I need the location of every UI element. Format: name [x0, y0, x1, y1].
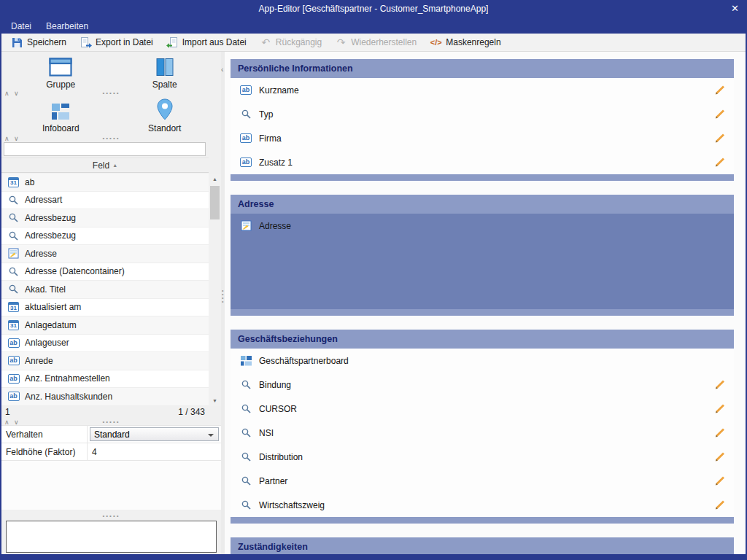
lookup-icon	[239, 476, 252, 486]
form-field-row[interactable]: NSI	[231, 421, 734, 445]
field-list-row[interactable]: ab Anz. Entnahmestellen	[1, 370, 209, 389]
export-button[interactable]: Export in Datei	[73, 34, 160, 50]
description-textarea[interactable]	[6, 521, 217, 553]
form-field-row[interactable]: ab Zusatz 1	[231, 150, 734, 174]
lookup-icon	[7, 195, 20, 205]
group-icon	[49, 58, 72, 77]
import-icon	[166, 36, 179, 48]
menu-item-datei[interactable]: Datei	[4, 20, 38, 33]
rules-icon: </>	[430, 36, 442, 48]
section-title: Zuständigkeiten	[238, 542, 308, 552]
edit-pencil-icon[interactable]	[714, 84, 727, 96]
form-field-row[interactable]: Bindung	[231, 373, 734, 397]
form-field-row[interactable]: Wirtschaftszweig	[231, 493, 734, 517]
edit-pencil-icon[interactable]	[714, 402, 727, 415]
section-header[interactable]: Zuständigkeiten	[231, 537, 734, 554]
undo-button[interactable]: ↶ Rückgängig	[253, 34, 328, 50]
palette-row1-up-down-arrows[interactable]	[4, 90, 20, 97]
toolbar: Speichern Export in Datei Import aus Dat…	[1, 34, 746, 52]
feld-column-label: Feld	[93, 160, 109, 171]
redo-icon: ↷	[335, 36, 347, 48]
form-field-row[interactable]: Typ	[231, 102, 734, 126]
field-list-row[interactable]: 31 ab	[1, 174, 209, 192]
field-list-row[interactable]: 31 Anlagedatum	[1, 316, 209, 335]
palette-item-gruppe[interactable]: Gruppe	[9, 53, 113, 97]
form-field-row[interactable]: ab Kurzname	[231, 78, 734, 102]
field-list-row[interactable]: ab Anrede	[1, 352, 209, 370]
edit-pencil-icon[interactable]	[714, 132, 727, 144]
close-button[interactable]: ✕	[731, 3, 739, 14]
form-field-row[interactable]: Geschäftspartnerboard	[231, 349, 734, 373]
form-field-row[interactable]: Adresse	[231, 214, 734, 238]
window-title: App-Editor [Geschäftspartner - Customer_…	[0, 4, 747, 14]
scroll-up-icon[interactable]	[209, 174, 221, 184]
section-footer	[231, 174, 734, 181]
date-icon: 31	[7, 302, 20, 312]
field-list-scrollbar[interactable]	[209, 174, 221, 406]
text-field-icon: ab	[7, 338, 20, 348]
edit-pencil-icon[interactable]	[714, 475, 727, 487]
property-dropdown[interactable]: Standard	[90, 427, 219, 441]
section-footer	[231, 517, 734, 524]
section-header[interactable]: Persönliche Informationen	[231, 59, 734, 78]
lookup-icon	[239, 500, 252, 510]
form-field-row[interactable]: CURSOR	[231, 397, 734, 421]
field-list-row[interactable]: 31 aktualisiert am	[1, 299, 209, 317]
date-icon: 31	[7, 320, 20, 330]
column-icon	[155, 58, 174, 77]
field-list-row[interactable]: Adresse	[1, 245, 209, 263]
field-list-row[interactable]: Adressbezug	[1, 209, 209, 228]
palette-row2-up-down-arrows[interactable]	[4, 135, 20, 142]
field-list-row[interactable]: ab Anlageuser	[1, 335, 209, 353]
list-status-bar: 1 1 / 343	[1, 407, 221, 419]
import-button[interactable]: Import aus Datei	[160, 34, 253, 50]
title-bar: App-Editor [Geschäftspartner - Customer_…	[0, 0, 747, 18]
section-header[interactable]: Geschäftsbeziehungen	[231, 330, 734, 349]
edit-pencil-icon[interactable]	[714, 108, 727, 120]
property-row: Verhalten Standard	[1, 426, 221, 443]
palette-row1-grip[interactable]	[102, 90, 120, 96]
date-icon: 31	[7, 177, 20, 187]
field-list-row[interactable]: Akad. Titel	[1, 281, 209, 299]
text-field-icon: ab	[7, 356, 20, 365]
menu-item-bearbeiten[interactable]: Bearbeiten	[39, 20, 95, 33]
lookup-icon	[7, 267, 20, 276]
redo-button[interactable]: ↷ Wiederherstellen	[328, 34, 423, 50]
text-field-icon: ab	[239, 85, 252, 95]
row-count: 1 / 343	[178, 407, 205, 417]
mask-rules-button[interactable]: </> Maskenregeln	[423, 34, 507, 50]
palette-row2-grip[interactable]	[102, 135, 120, 141]
edit-pencil-icon[interactable]	[714, 378, 727, 391]
section-header[interactable]: Adresse	[231, 195, 734, 214]
feld-column-header[interactable]: Feld	[1, 158, 209, 173]
palette-item-standort[interactable]: Standort	[113, 97, 217, 141]
save-button[interactable]: Speichern	[4, 34, 73, 50]
property-value[interactable]: 4	[90, 447, 97, 457]
lookup-icon	[7, 231, 20, 241]
lookup-icon	[7, 213, 20, 222]
edit-pencil-icon[interactable]	[714, 427, 727, 439]
edit-pencil-icon[interactable]	[714, 451, 727, 463]
form-field-row[interactable]: ab Firma	[231, 126, 734, 150]
scroll-down-icon[interactable]	[209, 395, 221, 406]
text-field-icon: ab	[7, 374, 20, 384]
field-list-row[interactable]: Adressart	[1, 192, 209, 210]
memo-grip[interactable]	[102, 513, 120, 519]
form-field-row[interactable]: Distribution	[231, 445, 734, 469]
infoboard-icon	[51, 103, 70, 120]
location-icon	[156, 98, 174, 120]
field-search-input[interactable]	[4, 142, 206, 156]
edit-pencil-icon[interactable]	[714, 499, 727, 511]
palette-item-spalte[interactable]: Spalte	[113, 53, 217, 97]
address-icon	[239, 220, 252, 231]
section-body: Adresse	[231, 214, 734, 309]
scrollbar-thumb[interactable]	[210, 186, 220, 219]
field-list-row[interactable]: Adressbezug	[1, 228, 209, 246]
status-grip[interactable]	[102, 419, 120, 425]
palette-item-infoboard[interactable]: Infoboard	[9, 97, 113, 141]
field-list-row[interactable]: Adresse (Datencontainer)	[1, 263, 209, 281]
save-icon	[11, 36, 23, 48]
edit-pencil-icon[interactable]	[714, 156, 727, 168]
field-list-row[interactable]: ab Anz. Haushaltskunden	[1, 388, 209, 406]
form-field-row[interactable]: Partner	[231, 469, 734, 493]
